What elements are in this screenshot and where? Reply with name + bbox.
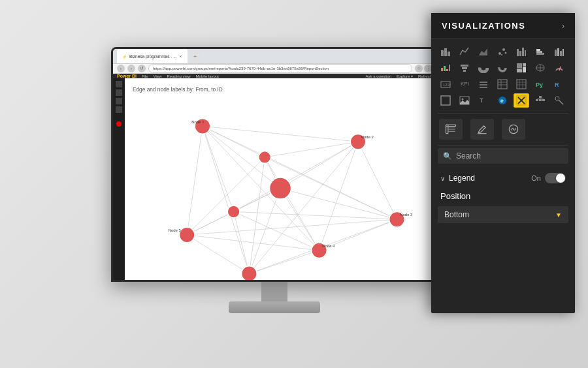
svg-point-41 xyxy=(179,227,195,243)
viz-icon-python[interactable]: Py xyxy=(532,77,548,91)
sidebar-icon-2[interactable] xyxy=(116,89,122,96)
svg-text:KPI: KPI xyxy=(461,81,469,87)
sidebar-icon-1[interactable] xyxy=(116,81,122,87)
viz-icon-stacked-bar[interactable] xyxy=(438,44,453,59)
analytics-button[interactable] xyxy=(502,119,525,140)
svg-text:T: T xyxy=(480,97,483,104)
browser-chrome: ⚡ Biznesa programmas - ... × + xyxy=(113,49,436,64)
monitor-frame: ⚡ Biznesa programmas - ... × + ‹ › ↺ htt… xyxy=(111,47,438,282)
toolbar-explore[interactable]: Explore ▾ xyxy=(397,74,413,78)
viz-search-box[interactable]: 🔍 Search xyxy=(438,148,568,164)
viz-panel: VISUALIZATIONS › xyxy=(431,13,575,313)
viz-icon-custom-selected[interactable] xyxy=(514,93,529,108)
dropdown-arrow-icon: ▼ xyxy=(555,211,562,219)
viz-icon-waterfall[interactable] xyxy=(438,61,453,75)
svg-text:Py: Py xyxy=(536,82,543,88)
monitor-stand-neck xyxy=(261,282,287,301)
viz-icon-ribbon[interactable] xyxy=(551,44,567,59)
toolbar-refresh[interactable]: Refresh xyxy=(418,74,432,78)
viz-icon-donut[interactable] xyxy=(495,61,510,75)
viz-icon-r[interactable]: R xyxy=(551,77,567,91)
svg-rect-117 xyxy=(542,99,545,101)
sidebar-icon-4[interactable] xyxy=(116,106,122,113)
viz-icon-card[interactable]: 123 xyxy=(438,77,453,91)
toolbar-view[interactable]: View xyxy=(154,74,162,78)
forward-button[interactable]: › xyxy=(127,65,135,72)
viz-icon-pie[interactable] xyxy=(476,61,491,75)
url-bar[interactable]: https://app.powerbi.com/groups/me/report… xyxy=(148,64,412,73)
viz-icon-funnel[interactable] xyxy=(457,61,472,75)
viz-icon-azure-maps[interactable]: 🌍 xyxy=(495,93,510,108)
svg-rect-74 xyxy=(461,65,468,67)
svg-rect-115 xyxy=(536,99,538,101)
viz-icon-gauge[interactable] xyxy=(551,61,567,75)
viz-panel-chevron-icon[interactable]: › xyxy=(562,22,564,31)
position-dropdown[interactable]: Bottom ▼ xyxy=(438,206,568,223)
svg-rect-71 xyxy=(444,66,446,71)
svg-rect-76 xyxy=(463,70,466,72)
tab-close-icon[interactable]: × xyxy=(180,54,182,59)
back-button[interactable]: ‹ xyxy=(117,65,125,72)
svg-rect-62 xyxy=(525,50,526,56)
toolbar-file[interactable]: File xyxy=(142,74,148,78)
svg-text:Node 4: Node 4 xyxy=(322,244,335,248)
viz-icon-shape[interactable] xyxy=(438,93,453,108)
svg-rect-61 xyxy=(522,48,524,56)
viz-icon-image[interactable] xyxy=(457,93,472,108)
viz-icon-map[interactable] xyxy=(532,61,548,75)
search-placeholder-text: Search xyxy=(456,151,481,161)
url-text: https://app.powerbi.com/groups/me/report… xyxy=(153,67,329,70)
position-dropdown-value: Bottom xyxy=(444,210,469,219)
viz-icon-treemap[interactable] xyxy=(514,61,529,75)
toolbar-mobile-layout[interactable]: Mobile layout xyxy=(196,74,219,78)
viz-icon-kpi[interactable]: KPI xyxy=(457,77,472,91)
svg-rect-52 xyxy=(441,50,444,56)
viz-icon-decomposition-tree[interactable] xyxy=(532,93,548,108)
position-section-label: Position xyxy=(431,187,575,204)
svg-line-120 xyxy=(540,98,544,99)
reload-button[interactable]: ↺ xyxy=(138,65,146,72)
svg-point-56 xyxy=(502,48,505,51)
svg-rect-80 xyxy=(523,63,526,67)
svg-text:Edge and node labels by: From,: Edge and node labels by: From, to ID xyxy=(133,86,223,93)
legend-toggle[interactable] xyxy=(545,173,566,183)
viz-icon-bar-stacked[interactable] xyxy=(532,44,548,59)
legend-label: Legend xyxy=(449,174,527,183)
browser-tab[interactable]: ⚡ Biznesa programmas - ... × xyxy=(117,49,188,63)
viz-icon-grid: 123 KPI Py R xyxy=(431,39,575,113)
sidebar-icon-3[interactable] xyxy=(116,98,122,104)
svg-point-43 xyxy=(269,177,291,199)
viz-icon-key-influencers[interactable] xyxy=(551,93,567,108)
format-button[interactable] xyxy=(470,119,494,140)
bookmark-icon[interactable]: ☆ xyxy=(415,65,423,72)
legend-row: ∨ Legend On xyxy=(431,169,575,187)
tab-label: Biznesa programmas - ... xyxy=(129,54,177,59)
viz-icon-line[interactable] xyxy=(457,44,472,59)
svg-rect-67 xyxy=(557,48,559,56)
svg-text:Node 5: Node 5 xyxy=(169,228,182,232)
svg-text:Node 1: Node 1 xyxy=(191,120,204,124)
legend-expand-icon[interactable]: ∨ xyxy=(440,175,445,182)
viz-icon-slicer[interactable] xyxy=(476,77,491,91)
svg-text:Node 6: Node 6 xyxy=(231,281,244,282)
browser-window: ⚡ Biznesa programmas - ... × + ‹ › ↺ htt… xyxy=(113,49,436,280)
viz-icon-area[interactable] xyxy=(476,44,491,59)
svg-rect-81 xyxy=(523,67,526,72)
toolbar-reading-view[interactable]: Reading view xyxy=(167,74,191,78)
viz-icon-table[interactable] xyxy=(495,77,510,91)
pbi-logo: Power BI xyxy=(117,74,137,78)
viz-icon-bar-clustered[interactable] xyxy=(514,44,529,59)
fields-button[interactable] xyxy=(439,119,463,140)
viz-icon-matrix[interactable] xyxy=(514,77,529,91)
viz-icon-text-box[interactable]: T xyxy=(476,93,491,108)
monitor: ⚡ Biznesa programmas - ... × + ‹ › ↺ htt… xyxy=(105,47,444,321)
svg-rect-97 xyxy=(517,80,526,89)
svg-point-58 xyxy=(501,54,502,55)
svg-rect-66 xyxy=(555,50,557,56)
viz-icon-scatter[interactable] xyxy=(495,44,510,59)
svg-line-86 xyxy=(559,67,561,70)
report-area: Edge and node labels by: From, to ID xyxy=(113,78,436,282)
toolbar-ask-question[interactable]: Ask a question xyxy=(366,74,391,78)
svg-rect-59 xyxy=(517,49,519,56)
new-tab-button[interactable]: + xyxy=(190,51,201,61)
